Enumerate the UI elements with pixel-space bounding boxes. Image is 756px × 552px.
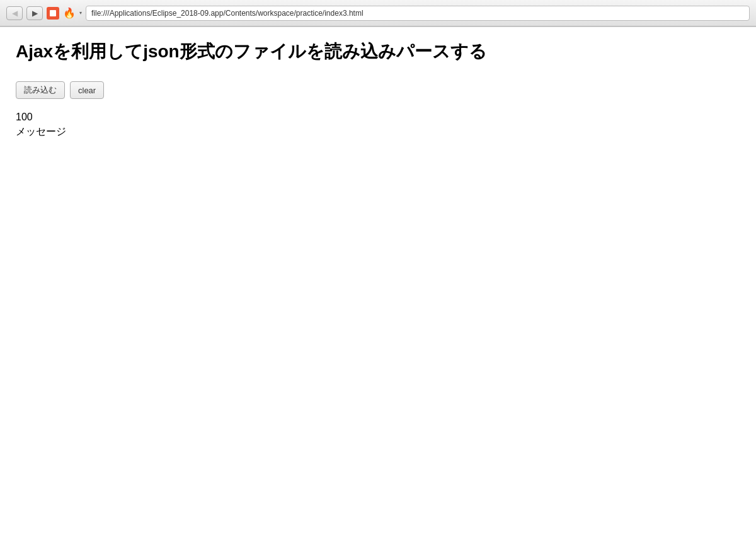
back-button[interactable]: ◀	[6, 6, 23, 20]
load-button[interactable]: 読み込む	[16, 81, 65, 99]
stop-button[interactable]	[47, 7, 59, 20]
reload-icon: 🔥	[63, 7, 76, 19]
page-title: Ajaxを利用してjson形式のファイルを読み込みパースする	[16, 40, 740, 64]
back-icon: ◀	[12, 9, 18, 18]
clear-button[interactable]: clear	[70, 81, 104, 99]
output-number: 100	[16, 112, 740, 123]
browser-chrome: ◀ ▶ 🔥 ▾	[0, 0, 756, 27]
stop-icon	[50, 10, 56, 16]
browser-toolbar: ◀ ▶ 🔥 ▾	[0, 0, 756, 26]
reload-button[interactable]: 🔥	[63, 7, 76, 19]
dropdown-arrow-icon[interactable]: ▾	[79, 10, 82, 16]
forward-button[interactable]: ▶	[26, 6, 43, 20]
page-content: Ajaxを利用してjson形式のファイルを読み込みパースする 読み込む clea…	[0, 27, 756, 552]
button-row: 読み込む clear	[16, 81, 740, 99]
address-bar[interactable]	[86, 6, 750, 21]
forward-icon: ▶	[32, 9, 38, 18]
output-message: メッセージ	[16, 125, 740, 139]
